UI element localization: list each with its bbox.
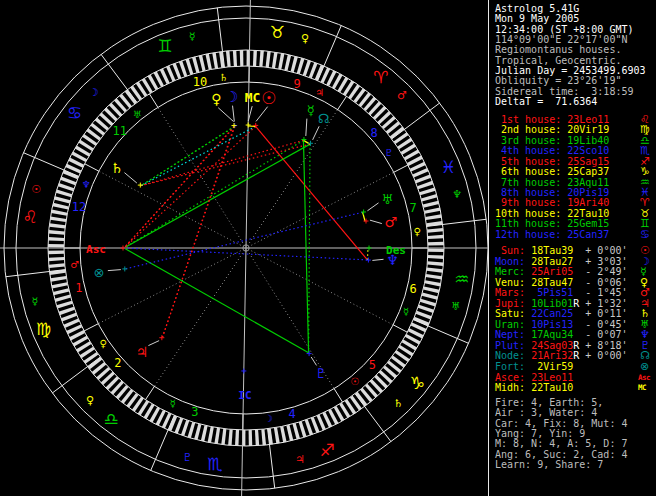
chart-wheel: ♈♂♉♀♊☿♋☽♌☉♍☿♎♀♏♇♐♃♑♄♒♅♓♆1♂2♀3☿4☽5☉6☿7♀8♇… [0,0,489,496]
node-planet-icon: ☊ [318,111,330,126]
house-4-number: 4 [288,407,295,421]
house-1-number: 1 [75,281,82,295]
jupiter-planet-icon: ♃ [136,344,149,360]
mc-angle-label: MC [245,90,261,105]
des-angle-label: Des [386,244,406,257]
house-8-number: 8 [371,126,378,140]
house-9-number: 9 [293,77,300,91]
house-11-number: 11 [112,124,126,138]
house-4-ruler-icon: ☽ [264,413,273,424]
pluto-planet-icon: ♇ [315,366,327,381]
taurus-ruler-icon: ♀ [301,32,309,45]
house-10-ruler-icon: ♄ [219,72,228,83]
house-9-ruler-icon: ♃ [315,87,324,98]
pisces-ruler-icon: ♆ [452,188,462,201]
house-11-ruler-icon: ♅ [133,109,142,120]
can-sign-icon: ♋ [640,229,650,240]
leo-sign-icon: ♌ [23,207,38,227]
house-10-number: 10 [193,75,207,89]
gemini-sign-icon: ♊ [157,36,172,56]
planet-pointers [108,106,384,366]
planet-position-table: Sun: 18Tau39 + 0°00'☉Moon: 28Tau27 + 3°0… [495,246,627,394]
aspect-mercury-asc [124,140,303,248]
saturn-planet-icon: ♄ [111,160,124,176]
panel-divider [488,0,489,496]
leo-ruler-icon: ☉ [31,183,41,196]
virgo-sign-icon: ♍ [36,319,51,339]
info-panel: Astrolog 5.41GMon 9 May 200512:34:00 (ST… [492,0,656,496]
libra-ruler-icon: ♀ [86,394,94,407]
house-5-number: 5 [369,358,376,372]
header-line: DeltaT = 71.6364 [495,97,646,107]
house-8-ruler-icon: ♇ [384,147,393,158]
cancer-ruler-icon: ☽ [89,86,99,99]
midh-glyph-icon: MC [638,384,646,392]
virgo-ruler-icon: ☿ [31,295,38,308]
moon-planet-icon: ☽ [225,88,238,106]
fortune-planet-icon: ⊗ [94,265,105,280]
house-1-ruler-icon: ♂ [70,259,79,270]
stats-line: Learn: 9, Share: 7 [495,460,627,470]
mercury-planet-icon: ☿ [307,103,315,118]
capricorn-sign-icon: ♑ [410,373,425,393]
sagittarius-ruler-icon: ♃ [295,453,305,466]
asce-glyph-icon: Asc [638,374,650,382]
libra-sign-icon: ♎ [104,409,119,429]
aspect-sun-neptune [256,126,368,260]
aspect-mercury-pluto [303,140,308,352]
scorpio-ruler-icon: ♇ [182,451,192,464]
house-cusp-table: 1st house: 23Leo11♌ 2nd house: 20Vir19♍ … [495,115,609,240]
aspect-venus-jupiter [163,127,235,337]
aries-sign-icon: ♈ [373,67,388,87]
aquarius-sign-icon: ♒ [454,269,469,289]
house-5-ruler-icon: ☉ [350,376,359,387]
chart-info-header: Astrolog 5.41GMon 9 May 200512:34:00 (ST… [495,4,646,107]
aries-ruler-icon: ♂ [397,89,407,102]
aspect-moon-saturn [141,127,235,186]
house-7-ruler-icon: ♀ [414,226,421,237]
planet-row: Midh: 22Tau10 MC [495,383,627,394]
house-3-number: 3 [191,405,198,419]
aquarius-ruler-icon: ♅ [451,300,461,313]
aspect-sun-asc [124,126,256,248]
center-earth-icon [243,245,249,251]
house-2-number: 2 [114,356,121,370]
aspect-fortune-uranus [126,212,363,269]
sagittarius-sign-icon: ♐ [319,440,334,460]
house-3-ruler-icon: ☿ [170,398,176,409]
house-6-number: 6 [409,282,416,296]
aspect-node-asc [124,144,310,248]
venus-planet-icon: ♀ [211,91,221,107]
astrolog-window: ♈♂♉♀♊☿♋☽♌☉♍☿♎♀♏♇♐♃♑♄♒♅♓♆1♂2♀3☿4☽5☉6☿7♀8♇… [0,0,656,496]
house-12-ruler-icon: ♆ [82,179,91,190]
house-2-ruler-icon: ♀ [99,338,106,349]
fort-glyph-icon: ⊗ [640,361,649,372]
taurus-sign-icon: ♉ [269,22,284,42]
element-stats: Fire: 4, Earth: 5,Air : 3, Water: 4Car: … [495,398,627,470]
house-7-number: 7 [410,201,417,215]
capricorn-ruler-icon: ♄ [393,397,403,410]
house-12-number: 12 [72,200,86,214]
aspect-sun-saturn [141,126,255,185]
cancer-sign-icon: ♋ [67,103,82,123]
pisces-sign-icon: ♓ [441,157,456,177]
gemini-ruler-icon: ☿ [189,30,196,43]
mars-planet-icon: ♂ [384,214,397,230]
asc-angle-label: Asc [86,243,106,256]
house-6-ruler-icon: ☿ [403,306,409,317]
ic-angle-label: IC [238,389,251,402]
house-row: 12th house: 25Can37♋ [495,230,609,240]
scorpio-sign-icon: ♏ [207,454,222,474]
uranus-planet-icon: ♅ [381,192,393,207]
aspect-asc-pluto [124,248,309,353]
sun-planet-icon: ☉ [261,88,276,108]
